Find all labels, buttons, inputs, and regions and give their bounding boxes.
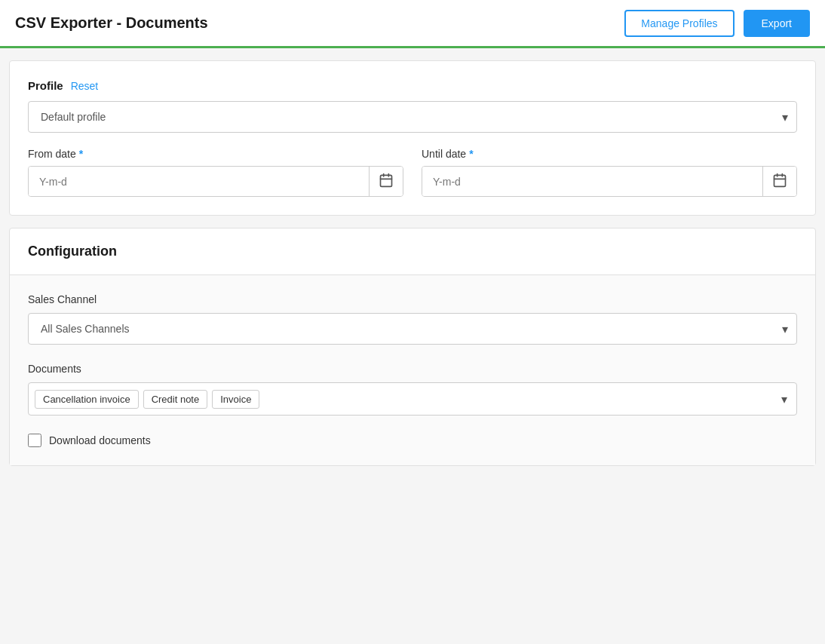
config-body: Sales Channel All Sales Channels Documen… bbox=[10, 275, 815, 465]
sales-channel-label: Sales Channel bbox=[28, 293, 797, 305]
calendar-icon-2 bbox=[772, 173, 787, 190]
profile-label: Profile bbox=[28, 79, 63, 92]
from-date-input-wrapper bbox=[28, 166, 403, 197]
page-header: CSV Exporter - Documents Manage Profiles… bbox=[0, 0, 825, 48]
profile-header: Profile Reset bbox=[28, 79, 797, 92]
documents-section: Documents Cancellation invoice Credit no… bbox=[28, 363, 797, 416]
export-button[interactable]: Export bbox=[744, 10, 810, 37]
sales-channel-select-wrapper: All Sales Channels bbox=[28, 313, 797, 345]
from-date-label: From date * bbox=[28, 148, 403, 160]
tag-cancellation-invoice: Cancellation invoice bbox=[35, 390, 139, 409]
from-date-required: * bbox=[79, 148, 83, 160]
page-title: CSV Exporter - Documents bbox=[15, 14, 208, 32]
documents-tags-container: Cancellation invoice Credit note Invoice bbox=[35, 390, 769, 409]
config-header: Configuration bbox=[10, 228, 815, 275]
from-date-input[interactable] bbox=[29, 167, 369, 196]
documents-label: Documents bbox=[28, 363, 797, 375]
documents-chevron-icon bbox=[781, 392, 787, 406]
calendar-icon bbox=[379, 173, 394, 190]
tag-credit-note: Credit note bbox=[143, 390, 208, 409]
until-date-input-wrapper bbox=[422, 166, 797, 197]
profile-card: Profile Reset Default profile From date … bbox=[9, 60, 816, 216]
until-date-required: * bbox=[469, 148, 473, 160]
until-date-label: Until date * bbox=[422, 148, 797, 160]
from-date-calendar-button[interactable] bbox=[369, 167, 403, 196]
sales-channel-select[interactable]: All Sales Channels bbox=[28, 313, 797, 345]
sales-channel-section: Sales Channel All Sales Channels bbox=[28, 293, 797, 345]
profile-select[interactable]: Default profile bbox=[28, 101, 797, 133]
until-date-calendar-button[interactable] bbox=[762, 167, 796, 196]
profile-select-wrapper: Default profile bbox=[28, 101, 797, 133]
reset-link[interactable]: Reset bbox=[71, 80, 99, 92]
until-date-field: Until date * bbox=[422, 148, 797, 197]
date-row: From date * bbox=[28, 148, 797, 197]
download-documents-checkbox[interactable] bbox=[28, 434, 41, 447]
configuration-card: Configuration Sales Channel All Sales Ch… bbox=[9, 228, 816, 466]
svg-rect-4 bbox=[774, 175, 786, 186]
main-content: Profile Reset Default profile From date … bbox=[0, 48, 825, 478]
config-title: Configuration bbox=[28, 244, 117, 259]
svg-rect-0 bbox=[381, 175, 392, 186]
manage-profiles-button[interactable]: Manage Profiles bbox=[624, 10, 734, 37]
from-date-field: From date * bbox=[28, 148, 403, 197]
header-actions: Manage Profiles Export bbox=[624, 10, 810, 37]
download-documents-section: Download documents bbox=[28, 434, 797, 447]
until-date-input[interactable] bbox=[422, 167, 762, 196]
download-documents-label: Download documents bbox=[49, 434, 151, 446]
documents-tags-select[interactable]: Cancellation invoice Credit note Invoice bbox=[28, 382, 797, 416]
tag-invoice: Invoice bbox=[212, 390, 259, 409]
